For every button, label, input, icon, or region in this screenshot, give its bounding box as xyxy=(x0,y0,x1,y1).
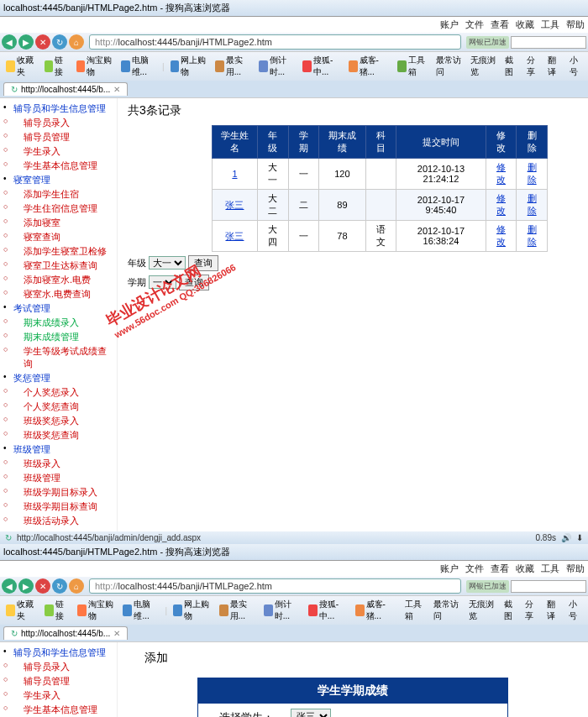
url-input-2[interactable]: http://localhost:4445/banji/HTMLPage2.ht… xyxy=(89,578,461,594)
tree-item[interactable]: 学生录入 xyxy=(2,688,115,703)
delete-link[interactable]: 删除 xyxy=(517,221,548,252)
tb-countdown[interactable]: 倒计时... xyxy=(256,54,297,79)
download-icon[interactable]: ⬇ xyxy=(576,533,583,542)
tb-taobao[interactable]: 淘宝购物 xyxy=(74,54,115,79)
edit-link[interactable]: 修改 xyxy=(486,190,517,221)
tb-shop[interactable]: 网上购物 xyxy=(168,54,209,79)
tree-group[interactable]: 寝室管理 xyxy=(2,173,115,187)
delete-link[interactable]: 删除 xyxy=(517,159,548,190)
menu-tools-2[interactable]: 工具 xyxy=(541,563,559,575)
close-tab-icon[interactable]: ✕ xyxy=(113,85,120,94)
edit-link[interactable]: 修改 xyxy=(486,221,517,252)
tree-item[interactable]: 学生等级考试成绩查询 xyxy=(2,344,115,371)
tb-share-2[interactable]: 分享 xyxy=(522,598,541,623)
tree-group[interactable]: 考试管理 xyxy=(2,301,115,316)
tb-weike[interactable]: 威客-猪... xyxy=(346,54,389,79)
tb-translate-2[interactable]: 翻译 xyxy=(544,598,563,623)
menu-fav-2[interactable]: 收藏 xyxy=(516,563,534,575)
tree-item[interactable]: 添加学生寝室卫检修 xyxy=(2,244,115,259)
tb-weike-2[interactable]: 威客-猪... xyxy=(353,598,396,623)
back-icon-2[interactable]: ◀ xyxy=(2,578,17,594)
refresh-icon-2[interactable]: ↻ xyxy=(52,578,67,594)
tb-mostvisit-2[interactable]: 最常访问 xyxy=(431,598,463,623)
tree-item[interactable]: 辅导员管理 xyxy=(2,674,115,688)
close-tab-icon-2[interactable]: ✕ xyxy=(113,629,120,638)
tree-group[interactable]: 辅导员和学生信息管理 xyxy=(2,646,115,660)
speaker-icon[interactable]: 🔊 xyxy=(561,533,571,542)
stop-icon[interactable]: ✕ xyxy=(35,34,50,50)
tree-item[interactable]: 个人奖惩查询 xyxy=(2,400,115,414)
tb-pc-2[interactable]: 电脑维... xyxy=(120,598,161,623)
tree-group[interactable]: 奖惩管理 xyxy=(2,371,115,385)
tree-item[interactable]: 学生基本信息管理 xyxy=(2,703,115,717)
back-icon[interactable]: ◀ xyxy=(2,34,17,50)
tree-item[interactable]: 班级录入 xyxy=(2,457,115,471)
tb-mini-2[interactable]: 小号 xyxy=(566,598,585,623)
tb-incognito-2[interactable]: 无痕浏览 xyxy=(466,598,498,623)
tb-mini[interactable]: 小号 xyxy=(567,54,585,79)
refresh-icon[interactable]: ↻ xyxy=(52,34,67,50)
delete-link[interactable]: 删除 xyxy=(517,190,548,221)
menu-help-2[interactable]: 帮助 xyxy=(566,563,585,575)
tb-countdown-2[interactable]: 倒计时... xyxy=(261,598,302,623)
edit-link[interactable]: 修改 xyxy=(486,159,517,190)
tree-item[interactable]: 班级活动录入 xyxy=(2,514,115,528)
tree-item[interactable]: 班级学期目标录入 xyxy=(2,485,115,500)
tb-link-2[interactable]: 链接 xyxy=(42,598,71,623)
tb-taobao-2[interactable]: 淘宝购物 xyxy=(75,598,117,623)
forward-icon-2[interactable]: ▶ xyxy=(18,578,34,594)
tb-useful-2[interactable]: 最实用... xyxy=(217,598,258,623)
tree-item[interactable]: 辅导员管理 xyxy=(2,130,115,144)
menu-file-2[interactable]: 文件 xyxy=(465,563,484,575)
tree-item[interactable]: 寝室查询 xyxy=(2,230,115,244)
tree-item[interactable]: 辅导员录入 xyxy=(2,660,115,674)
tb-mostvisit[interactable]: 最常访问 xyxy=(433,54,465,79)
tab-page-2[interactable]: ↻ http://localhost:4445/b... ✕ xyxy=(3,626,128,640)
menu-fav[interactable]: 收藏 xyxy=(516,18,534,31)
menu-account-2[interactable]: 账户 xyxy=(440,563,459,575)
tree-item[interactable]: 班级管理 xyxy=(2,471,115,485)
tree-item[interactable]: 学生住宿信息管理 xyxy=(2,201,115,216)
forward-icon[interactable]: ▶ xyxy=(18,34,34,50)
tb-incognito[interactable]: 无痕浏览 xyxy=(468,54,499,79)
menu-file[interactable]: 文件 xyxy=(465,18,484,31)
tree-item[interactable]: 寝室水.电费查询 xyxy=(2,287,115,301)
tb-fav[interactable]: 收藏夹 xyxy=(3,54,39,79)
tb-pc[interactable]: 电脑维... xyxy=(118,54,159,79)
refresh-tab-icon[interactable]: ↻ xyxy=(11,85,18,94)
tree-item[interactable]: 学生录入 xyxy=(2,144,115,159)
tree-item[interactable]: 期末成绩管理 xyxy=(2,330,115,344)
tb-screenshot-2[interactable]: 截图 xyxy=(501,598,520,623)
tree-item[interactable]: 期末成绩录入 xyxy=(2,316,115,330)
tree-item[interactable]: 个人奖惩录入 xyxy=(2,385,115,400)
search-input-2[interactable] xyxy=(511,580,586,593)
menu-account[interactable]: 账户 xyxy=(440,18,459,31)
menu-help[interactable]: 帮助 xyxy=(566,18,585,31)
tree-item[interactable]: 辅导员录入 xyxy=(2,116,115,130)
tree-item[interactable]: 班级奖惩录入 xyxy=(2,414,115,428)
select-grade[interactable]: 大一 xyxy=(149,256,186,270)
tree-item[interactable]: 寝室卫生达标查询 xyxy=(2,259,115,273)
tree-item[interactable]: 添加寝室 xyxy=(2,216,115,230)
tree-group[interactable]: 辅导员和学生信息管理 xyxy=(2,102,115,116)
tb-toolbox[interactable]: 工具箱 xyxy=(395,54,430,79)
url-input[interactable]: http://localhost:4445/banji/HTMLPage2.ht… xyxy=(89,34,461,50)
tree-item[interactable]: 添加寝室水.电费 xyxy=(2,273,115,287)
select-student[interactable]: 张三 xyxy=(291,709,331,717)
tb-fav-2[interactable]: 收藏夹 xyxy=(3,598,39,623)
tb-shop-2[interactable]: 网上购物 xyxy=(171,598,213,623)
tree-group[interactable]: 班级管理 xyxy=(2,442,115,457)
tb-toolbox-2[interactable]: 工具箱 xyxy=(402,598,428,623)
menu-view[interactable]: 查看 xyxy=(491,18,509,31)
tb-useful[interactable]: 最实用... xyxy=(213,54,253,79)
tb-sohu-2[interactable]: 搜狐-中... xyxy=(306,598,349,623)
stop-icon-2[interactable]: ✕ xyxy=(35,578,50,594)
tree-item[interactable]: 添加学生住宿 xyxy=(2,187,115,201)
menu-view-2[interactable]: 查看 xyxy=(491,563,509,575)
tree-item[interactable]: 学生基本信息管理 xyxy=(2,159,115,173)
home-icon[interactable]: ⌂ xyxy=(69,34,84,50)
btn-query-grade[interactable]: 查询 xyxy=(188,255,218,271)
home-icon-2[interactable]: ⌂ xyxy=(69,578,84,594)
tab-page[interactable]: ↻ http://localhost:4445/b... ✕ xyxy=(3,82,128,96)
tree-item[interactable]: 班级学期目标查询 xyxy=(2,500,115,514)
